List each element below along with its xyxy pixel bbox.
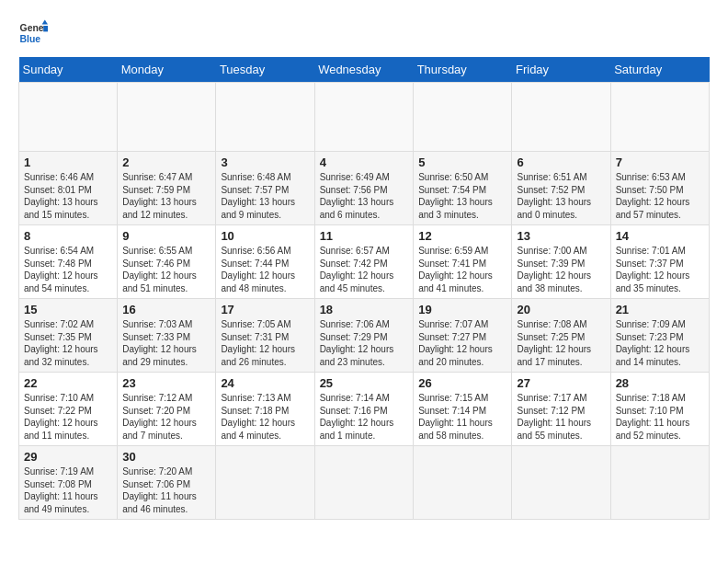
- svg-marker-3: [43, 26, 48, 31]
- day-detail: Sunrise: 7:08 AM Sunset: 7:25 PM Dayligh…: [517, 318, 605, 368]
- day-detail: Sunrise: 7:09 AM Sunset: 7:23 PM Dayligh…: [616, 318, 704, 368]
- day-number: 22: [24, 376, 112, 390]
- day-number: 7: [616, 155, 704, 169]
- day-number: 1: [24, 155, 112, 169]
- calendar-body: 1Sunrise: 6:46 AM Sunset: 8:01 PM Daylig…: [19, 83, 710, 520]
- calendar-cell: [414, 446, 512, 520]
- calendar-cell: 28Sunrise: 7:18 AM Sunset: 7:10 PM Dayli…: [610, 373, 709, 446]
- day-number: 15: [24, 303, 112, 316]
- calendar-cell: 17Sunrise: 7:05 AM Sunset: 7:31 PM Dayli…: [216, 299, 314, 373]
- calendar-cell: 29Sunrise: 7:19 AM Sunset: 7:08 PM Dayli…: [19, 446, 118, 520]
- day-number: 8: [24, 229, 112, 243]
- day-number: 11: [320, 229, 409, 243]
- day-number: 26: [418, 376, 506, 390]
- header-saturday: Saturday: [610, 57, 709, 83]
- day-detail: Sunrise: 7:02 AM Sunset: 7:35 PM Dayligh…: [24, 318, 112, 368]
- day-number: 18: [320, 303, 409, 316]
- day-detail: Sunrise: 6:55 AM Sunset: 7:46 PM Dayligh…: [122, 245, 210, 294]
- day-detail: Sunrise: 6:50 AM Sunset: 7:54 PM Dayligh…: [418, 171, 506, 221]
- header-sunday: Sunday: [19, 57, 118, 83]
- calendar-cell: 15Sunrise: 7:02 AM Sunset: 7:35 PM Dayli…: [19, 299, 118, 373]
- svg-marker-2: [42, 20, 48, 25]
- day-detail: Sunrise: 6:54 AM Sunset: 7:48 PM Dayligh…: [24, 245, 112, 294]
- calendar-cell: [216, 83, 314, 152]
- calendar-cell: [414, 83, 512, 152]
- week-row-5: 29Sunrise: 7:19 AM Sunset: 7:08 PM Dayli…: [19, 446, 710, 520]
- day-number: 4: [320, 155, 409, 169]
- calendar-cell: 18Sunrise: 7:06 AM Sunset: 7:29 PM Dayli…: [314, 299, 414, 373]
- week-row-2: 8Sunrise: 6:54 AM Sunset: 7:48 PM Daylig…: [19, 225, 710, 299]
- calendar-cell: [118, 83, 216, 152]
- header-monday: Monday: [118, 57, 216, 83]
- day-detail: Sunrise: 7:12 AM Sunset: 7:20 PM Dayligh…: [122, 392, 210, 442]
- day-number: 27: [517, 376, 605, 390]
- calendar-table: SundayMondayTuesdayWednesdayThursdayFrid…: [18, 57, 710, 520]
- day-number: 9: [122, 229, 210, 243]
- calendar-cell: [512, 83, 610, 152]
- calendar-cell: [610, 83, 709, 152]
- day-detail: Sunrise: 7:03 AM Sunset: 7:33 PM Dayligh…: [122, 318, 210, 368]
- calendar-header-row: SundayMondayTuesdayWednesdayThursdayFrid…: [19, 57, 710, 83]
- day-number: 2: [122, 155, 210, 169]
- day-detail: Sunrise: 7:15 AM Sunset: 7:14 PM Dayligh…: [418, 392, 506, 442]
- header-thursday: Thursday: [414, 57, 512, 83]
- day-detail: Sunrise: 6:57 AM Sunset: 7:42 PM Dayligh…: [320, 245, 409, 294]
- day-detail: Sunrise: 7:07 AM Sunset: 7:27 PM Dayligh…: [418, 318, 506, 368]
- calendar-cell: 14Sunrise: 7:01 AM Sunset: 7:37 PM Dayli…: [610, 225, 709, 299]
- header-tuesday: Tuesday: [216, 57, 314, 83]
- page-header: General Blue: [18, 18, 710, 48]
- day-detail: Sunrise: 6:51 AM Sunset: 7:52 PM Dayligh…: [517, 171, 605, 221]
- calendar-cell: 12Sunrise: 6:59 AM Sunset: 7:41 PM Dayli…: [414, 225, 512, 299]
- header-friday: Friday: [512, 57, 610, 83]
- day-detail: Sunrise: 6:53 AM Sunset: 7:50 PM Dayligh…: [616, 171, 704, 221]
- day-number: 6: [517, 155, 605, 169]
- day-detail: Sunrise: 7:01 AM Sunset: 7:37 PM Dayligh…: [616, 245, 704, 294]
- logo: General Blue: [18, 18, 51, 48]
- logo-icon: General Blue: [18, 18, 48, 48]
- day-detail: Sunrise: 7:13 AM Sunset: 7:18 PM Dayligh…: [221, 392, 309, 442]
- day-number: 24: [221, 376, 309, 390]
- calendar-cell: 19Sunrise: 7:07 AM Sunset: 7:27 PM Dayli…: [414, 299, 512, 373]
- calendar-cell: 4Sunrise: 6:49 AM Sunset: 7:56 PM Daylig…: [314, 152, 414, 225]
- calendar-cell: 5Sunrise: 6:50 AM Sunset: 7:54 PM Daylig…: [414, 152, 512, 225]
- calendar-cell: 25Sunrise: 7:14 AM Sunset: 7:16 PM Dayli…: [314, 373, 414, 446]
- day-number: 17: [221, 303, 309, 316]
- day-detail: Sunrise: 7:19 AM Sunset: 7:08 PM Dayligh…: [24, 465, 112, 515]
- day-detail: Sunrise: 6:46 AM Sunset: 8:01 PM Dayligh…: [24, 171, 112, 221]
- day-detail: Sunrise: 6:49 AM Sunset: 7:56 PM Dayligh…: [320, 171, 409, 221]
- day-detail: Sunrise: 6:48 AM Sunset: 7:57 PM Dayligh…: [221, 171, 309, 221]
- calendar-cell: 13Sunrise: 7:00 AM Sunset: 7:39 PM Dayli…: [512, 225, 610, 299]
- week-row-3: 15Sunrise: 7:02 AM Sunset: 7:35 PM Dayli…: [19, 299, 710, 373]
- day-detail: Sunrise: 7:06 AM Sunset: 7:29 PM Dayligh…: [320, 318, 409, 368]
- day-detail: Sunrise: 6:47 AM Sunset: 7:59 PM Dayligh…: [122, 171, 210, 221]
- week-row-1: 1Sunrise: 6:46 AM Sunset: 8:01 PM Daylig…: [19, 152, 710, 225]
- calendar-cell: 2Sunrise: 6:47 AM Sunset: 7:59 PM Daylig…: [118, 152, 216, 225]
- day-number: 29: [24, 450, 112, 464]
- calendar-cell: 8Sunrise: 6:54 AM Sunset: 7:48 PM Daylig…: [19, 225, 118, 299]
- day-number: 21: [616, 303, 704, 316]
- day-detail: Sunrise: 7:20 AM Sunset: 7:06 PM Dayligh…: [122, 465, 210, 515]
- calendar-cell: 27Sunrise: 7:17 AM Sunset: 7:12 PM Dayli…: [512, 373, 610, 446]
- calendar-cell: 3Sunrise: 6:48 AM Sunset: 7:57 PM Daylig…: [216, 152, 314, 225]
- week-row-4: 22Sunrise: 7:10 AM Sunset: 7:22 PM Dayli…: [19, 373, 710, 446]
- calendar-cell: 20Sunrise: 7:08 AM Sunset: 7:25 PM Dayli…: [512, 299, 610, 373]
- day-number: 10: [221, 229, 309, 243]
- calendar-cell: 6Sunrise: 6:51 AM Sunset: 7:52 PM Daylig…: [512, 152, 610, 225]
- calendar-cell: [216, 446, 314, 520]
- calendar-cell: 7Sunrise: 6:53 AM Sunset: 7:50 PM Daylig…: [610, 152, 709, 225]
- day-detail: Sunrise: 7:10 AM Sunset: 7:22 PM Dayligh…: [24, 392, 112, 442]
- day-number: 19: [418, 303, 506, 316]
- calendar-cell: [314, 446, 414, 520]
- svg-text:Blue: Blue: [20, 34, 41, 44]
- calendar-cell: [19, 83, 118, 152]
- day-detail: Sunrise: 6:59 AM Sunset: 7:41 PM Dayligh…: [418, 245, 506, 294]
- day-number: 5: [418, 155, 506, 169]
- day-number: 3: [221, 155, 309, 169]
- calendar-cell: 30Sunrise: 7:20 AM Sunset: 7:06 PM Dayli…: [118, 446, 216, 520]
- calendar-cell: 1Sunrise: 6:46 AM Sunset: 8:01 PM Daylig…: [19, 152, 118, 225]
- day-number: 28: [616, 376, 704, 390]
- day-number: 14: [616, 229, 704, 243]
- calendar-cell: 9Sunrise: 6:55 AM Sunset: 7:46 PM Daylig…: [118, 225, 216, 299]
- day-number: 30: [122, 450, 210, 464]
- day-number: 20: [517, 303, 605, 316]
